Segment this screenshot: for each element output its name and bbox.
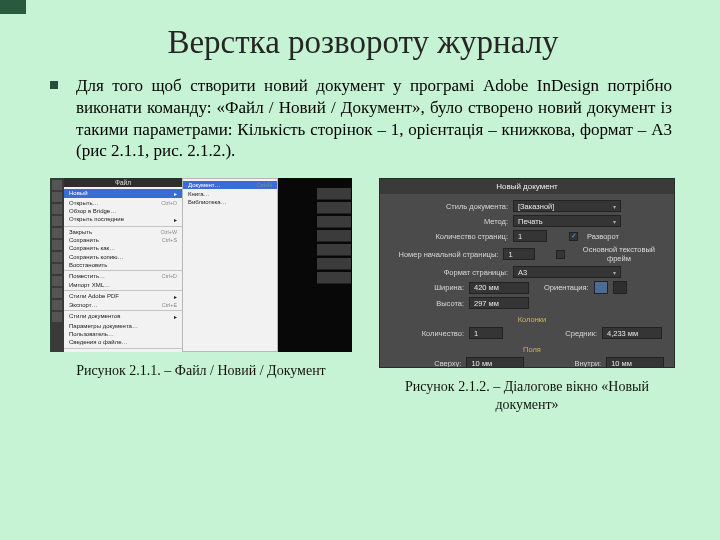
label-top: Сверху: (406, 359, 461, 368)
menubar: Файл (64, 178, 182, 187)
figure-2: Новый документ Стиль документа: [Заказно… (378, 178, 676, 414)
panel-icon (317, 230, 351, 242)
menu-item-import-xml[interactable]: Импорт XML… (64, 280, 182, 288)
orientation-landscape-icon[interactable] (613, 281, 627, 294)
menu-item-recent[interactable]: Открыть последние▸ (64, 215, 182, 224)
submenu-item-library[interactable]: Библиотека… (183, 198, 277, 206)
document-canvas (278, 178, 352, 352)
label-columns-count: Количество: (406, 329, 464, 338)
dropdown-doc-style[interactable]: [Заказной]▾ (513, 200, 621, 212)
right-panels (317, 188, 351, 284)
menu-item-browse[interactable]: Обзор в Bridge… (64, 207, 182, 215)
menu-item-save-as[interactable]: Сохранить как… (64, 244, 182, 252)
brand-strip (0, 0, 26, 14)
chevron-down-icon: ▾ (613, 269, 616, 276)
section-margins: Поля (400, 345, 664, 354)
submenu-item-document[interactable]: Документ…Ctrl+N (183, 181, 277, 189)
panel-icon (317, 216, 351, 228)
label-start-page: Номер начальной страницы: (390, 250, 498, 259)
chevron-down-icon: ▾ (613, 203, 616, 210)
new-submenu: Документ…Ctrl+N Книга… Библиотека… (182, 178, 278, 352)
label-intent: Метод: (390, 217, 508, 226)
tool-icon (52, 300, 62, 310)
field-margin-top[interactable]: 10 мм (466, 357, 524, 368)
menu-item-doc-setup[interactable]: Параметры документа… (64, 322, 182, 330)
panel-icon (317, 244, 351, 256)
tool-icon (52, 192, 62, 202)
field-margin-inside[interactable]: 10 мм (606, 357, 664, 368)
tool-icon (52, 216, 62, 226)
tool-icon (52, 228, 62, 238)
menu-item-place[interactable]: Поместить…Ctrl+D (64, 270, 182, 280)
figure-2-caption: Рисунок 2.1.2. – Діалогове вікно «Новый … (378, 378, 676, 414)
tool-icon (52, 180, 62, 190)
field-gutter[interactable]: 4,233 мм (602, 327, 662, 339)
menu-item-open[interactable]: Открыть…Ctrl+O (64, 198, 182, 206)
bullet-icon (50, 81, 58, 89)
label-height: Высота: (406, 299, 464, 308)
figures-row: Файл Новый▸ Открыть…Ctrl+O Обзор в Bridg… (50, 178, 676, 414)
panel-icon (317, 202, 351, 214)
file-menu-list: Новый▸ Открыть…Ctrl+O Обзор в Bridge… От… (64, 187, 182, 352)
menu-item-file-info[interactable]: Сведения о файле… (64, 338, 182, 346)
tool-icon (52, 288, 62, 298)
screenshot-new-document-dialog: Новый документ Стиль документа: [Заказно… (379, 178, 675, 368)
label-doc-style: Стиль документа: (390, 202, 508, 211)
menu-item-package[interactable]: Упаковать… (64, 348, 182, 352)
menu-item-close[interactable]: ЗакрытьCtrl+W (64, 226, 182, 236)
menu-item-doc-presets[interactable]: Стили документов▸ (64, 310, 182, 321)
orientation-portrait-icon[interactable] (594, 281, 608, 294)
field-columns-count[interactable]: 1 (469, 327, 503, 339)
menu-item-save[interactable]: СохранитьCtrl+S (64, 236, 182, 244)
slide-title: Верстка розвороту журналу (50, 24, 676, 61)
label-width: Ширина: (406, 283, 464, 292)
label-pages: Количество страниц: (390, 232, 508, 241)
menu-item-export[interactable]: Экспорт…Ctrl+E (64, 301, 182, 309)
label-orientation: Ориентация: (544, 283, 589, 292)
panel-icon (317, 272, 351, 284)
panel-icon (317, 258, 351, 270)
label-page-size: Формат страницы: (390, 268, 508, 277)
dropdown-intent[interactable]: Печать▾ (513, 215, 621, 227)
menu-item-new[interactable]: Новый▸ (64, 189, 182, 198)
chevron-down-icon: ▾ (613, 218, 616, 225)
tool-icon (52, 240, 62, 250)
screenshot-file-menu: Файл Новый▸ Открыть…Ctrl+O Обзор в Bridg… (50, 178, 352, 352)
tool-icon (52, 252, 62, 262)
tool-icon (52, 276, 62, 286)
tool-icon (52, 312, 62, 322)
menu-item-save-copy[interactable]: Сохранить копию… (64, 252, 182, 260)
field-pages[interactable]: 1 (513, 230, 547, 242)
field-height[interactable]: 297 мм (469, 297, 529, 309)
label-primary-frame: Основной текстовый фрейм (574, 245, 664, 263)
tool-panel (50, 178, 64, 352)
menu-item-pdf-presets[interactable]: Стили Adobe PDF▸ (64, 290, 182, 301)
dropdown-page-size[interactable]: A3▾ (513, 266, 621, 278)
figure-1: Файл Новый▸ Открыть…Ctrl+O Обзор в Bridg… (50, 178, 352, 380)
field-width[interactable]: 420 мм (469, 282, 529, 294)
menu-item-user[interactable]: Пользователь… (64, 330, 182, 338)
tool-icon (52, 204, 62, 214)
slide: Верстка розвороту журналу Для того щоб с… (0, 0, 720, 432)
body-paragraph: Для того щоб створити новий документ у п… (76, 75, 672, 162)
dialog-title: Новый документ (380, 179, 674, 194)
menu-item-revert[interactable]: Восстановить (64, 261, 182, 269)
panel-icon (317, 188, 351, 200)
figure-1-caption: Рисунок 2.1.1. – Файл / Новий / Документ (50, 362, 352, 380)
section-columns: Колонки (400, 315, 664, 324)
submenu-item-book[interactable]: Книга… (183, 189, 277, 197)
checkbox-primary-frame[interactable] (556, 250, 564, 259)
field-start-page[interactable]: 1 (503, 248, 535, 260)
file-menu: Файл Новый▸ Открыть…Ctrl+O Обзор в Bridg… (64, 178, 182, 352)
checkbox-facing[interactable]: ✓ (569, 232, 578, 241)
label-gutter: Средник: (539, 329, 597, 338)
tool-icon (52, 264, 62, 274)
label-facing: Разворот (587, 232, 619, 241)
body-bullet: Для того щоб створити новий документ у п… (50, 75, 676, 176)
label-inside: Внутри: (546, 359, 601, 368)
